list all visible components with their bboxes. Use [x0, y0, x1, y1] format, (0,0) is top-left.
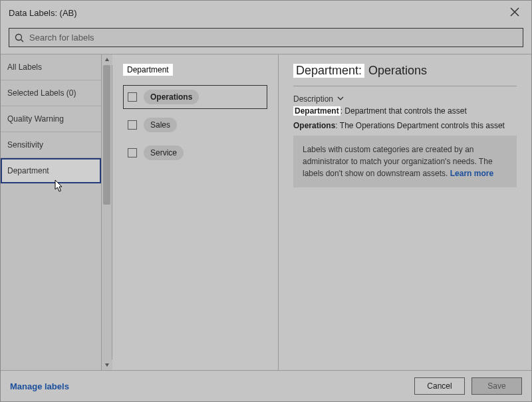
- sidebar-scrollbar[interactable]: [102, 54, 112, 370]
- label-pill: Service: [144, 146, 184, 160]
- sidebar-item-department[interactable]: Department: [1, 158, 101, 183]
- labels-panel: Department Operations Sales Service: [112, 54, 279, 370]
- info-box: Labels with custom categories are create…: [293, 136, 517, 187]
- category-desc-key: Department: [293, 106, 340, 116]
- label-pill: Sales: [144, 118, 177, 132]
- learn-more-link[interactable]: Learn more: [450, 169, 493, 178]
- sidebar-item-all-labels[interactable]: All Labels: [1, 54, 101, 80]
- detail-heading: Department: Operations: [293, 64, 517, 86]
- checkbox[interactable]: [128, 92, 137, 102]
- value-description: Operations: The Operations Department co…: [293, 121, 517, 130]
- chevron-down-icon: [337, 94, 344, 104]
- dialog-titlebar: Data Labels: (AB): [1, 1, 531, 25]
- label-row-sales[interactable]: Sales: [123, 113, 267, 137]
- scroll-down-icon[interactable]: [102, 359, 112, 370]
- sidebar-item-label: Quality Warning: [7, 114, 64, 124]
- save-button[interactable]: Save: [471, 377, 522, 395]
- labels-category-heading: Department: [123, 64, 173, 76]
- sidebar-item-sensitivity[interactable]: Sensitivity: [1, 132, 101, 158]
- sidebar-item-label: Selected Labels (0): [7, 88, 76, 98]
- search-input[interactable]: [29, 33, 517, 43]
- sidebar-item-label: All Labels: [7, 62, 42, 72]
- svg-point-0: [16, 34, 22, 40]
- close-icon[interactable]: [506, 6, 523, 20]
- scroll-thumb[interactable]: [103, 65, 110, 205]
- footer-buttons: Cancel Save: [414, 377, 522, 395]
- data-labels-dialog: Data Labels: (AB) All Labels Selected La…: [0, 0, 532, 402]
- cancel-button[interactable]: Cancel: [414, 377, 465, 395]
- value-desc-key: Operations: [293, 121, 335, 130]
- detail-category: Department:: [293, 64, 364, 78]
- checkbox[interactable]: [128, 120, 137, 130]
- description-toggle[interactable]: Description: [293, 94, 517, 104]
- scroll-up-icon[interactable]: [102, 54, 112, 65]
- detail-value: Operations: [368, 64, 427, 78]
- sidebar-item-label: Sensitivity: [7, 140, 43, 150]
- checkbox[interactable]: [128, 148, 137, 157]
- label-row-service[interactable]: Service: [123, 141, 267, 165]
- sidebar-item-selected-labels[interactable]: Selected Labels (0): [1, 80, 101, 106]
- label-row-operations[interactable]: Operations: [123, 85, 267, 109]
- manage-labels-link[interactable]: Manage labels: [10, 381, 69, 391]
- dialog-body: All Labels Selected Labels (0) Quality W…: [1, 54, 531, 370]
- dialog-footer: Manage labels Cancel Save: [1, 370, 531, 401]
- label-pill: Operations: [144, 90, 199, 104]
- search-bar[interactable]: [9, 28, 523, 47]
- category-description: Department: Department that controls the…: [293, 106, 517, 116]
- sidebar-item-label: Department: [7, 166, 49, 175]
- description-toggle-label: Description: [293, 94, 333, 104]
- svg-line-1: [21, 39, 24, 42]
- sidebar: All Labels Selected Labels (0) Quality W…: [1, 54, 102, 370]
- dialog-title: Data Labels: (AB): [9, 8, 77, 18]
- search-icon: [15, 33, 24, 43]
- category-desc-val: : Department that controls the asset: [340, 106, 467, 116]
- sidebar-item-quality-warning[interactable]: Quality Warning: [1, 106, 101, 132]
- value-desc-val: : The Operations Department controls thi…: [335, 121, 505, 130]
- detail-panel: Department: Operations Description Depar…: [279, 54, 531, 370]
